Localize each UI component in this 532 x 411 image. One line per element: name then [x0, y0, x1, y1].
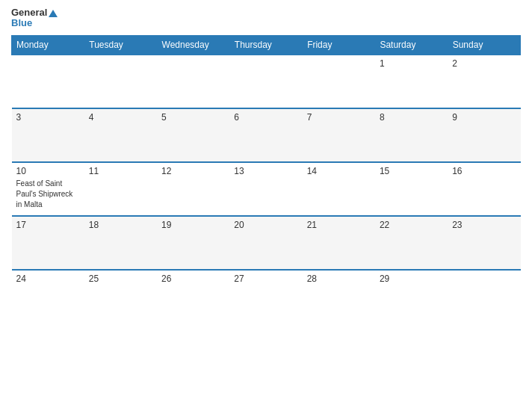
- day-header-thursday: Thursday: [229, 35, 302, 55]
- day-number: 25: [89, 274, 152, 284]
- day-header-wednesday: Wednesday: [157, 35, 229, 55]
- calendar-cell: 16: [448, 162, 520, 216]
- calendar-cell: 9: [448, 108, 520, 162]
- calendar-cell: 18: [84, 216, 157, 270]
- day-number: 5: [161, 112, 225, 123]
- calendar-cell: 27: [229, 270, 302, 324]
- calendar-cell: 29: [375, 270, 448, 324]
- day-number: 19: [161, 220, 225, 230]
- calendar-cell: [448, 270, 520, 324]
- day-number: 13: [234, 166, 297, 176]
- day-number: 16: [452, 166, 516, 176]
- day-number: 21: [307, 220, 371, 230]
- calendar-cell: 26: [157, 270, 229, 324]
- week-row-1: 12: [12, 55, 521, 108]
- day-number: 3: [16, 112, 80, 123]
- calendar-cell: 4: [84, 108, 157, 162]
- day-number: 22: [380, 220, 443, 230]
- calendar-cell: [157, 55, 229, 108]
- calendar-cell: 17: [12, 216, 84, 270]
- calendar-cell: 6: [229, 108, 302, 162]
- day-number: 27: [234, 274, 297, 284]
- calendar-cell: 24: [12, 270, 84, 324]
- day-number: 6: [234, 112, 297, 123]
- day-header-sunday: Sunday: [448, 35, 520, 55]
- calendar-cell: 2: [448, 55, 520, 108]
- calendar-cell: 7: [303, 108, 375, 162]
- logo: General Blue: [11, 7, 58, 29]
- day-number: 1: [380, 58, 443, 69]
- event-label: Feast of Saint Paul's Shipwreck in Malta: [16, 179, 73, 208]
- day-number: 11: [89, 166, 152, 176]
- calendar-cell: 5: [157, 108, 229, 162]
- day-number: 18: [89, 220, 152, 230]
- day-number: 12: [161, 166, 225, 176]
- day-number: 9: [452, 112, 516, 123]
- calendar-cell: 14: [303, 162, 375, 216]
- day-header-friday: Friday: [303, 35, 375, 55]
- calendar-cell: [84, 55, 157, 108]
- day-header-saturday: Saturday: [375, 35, 448, 55]
- week-row-2: 3456789: [12, 108, 521, 162]
- logo-general-text: General: [11, 7, 58, 18]
- calendar-cell: 11: [84, 162, 157, 216]
- day-header-monday: Monday: [12, 35, 84, 55]
- day-number: 2: [452, 58, 516, 69]
- calendar-cell: 20: [229, 216, 302, 270]
- calendar-cell: 15: [375, 162, 448, 216]
- calendar-cell: 12: [157, 162, 229, 216]
- week-row-4: 17181920212223: [12, 216, 521, 270]
- week-row-3: 10Feast of Saint Paul's Shipwreck in Mal…: [12, 162, 521, 216]
- calendar-cell: [12, 55, 84, 108]
- day-number: 14: [307, 166, 371, 176]
- calendar-table: MondayTuesdayWednesdayThursdayFridaySatu…: [11, 35, 521, 324]
- day-number: 8: [380, 112, 443, 123]
- day-number: 10: [16, 166, 80, 176]
- day-header-tuesday: Tuesday: [84, 35, 157, 55]
- calendar-cell: 8: [375, 108, 448, 162]
- calendar-cell: 19: [157, 216, 229, 270]
- day-number: 28: [307, 274, 371, 284]
- calendar-cell: 1: [375, 55, 448, 108]
- calendar-cell: [303, 55, 375, 108]
- calendar-cell: 10Feast of Saint Paul's Shipwreck in Mal…: [12, 162, 84, 216]
- logo-triangle-icon: [49, 10, 58, 17]
- calendar-cell: 28: [303, 270, 375, 324]
- calendar-cell: 13: [229, 162, 302, 216]
- calendar-cell: 21: [303, 216, 375, 270]
- calendar-header: General Blue: [11, 7, 521, 29]
- calendar-cell: [229, 55, 302, 108]
- day-number: 20: [234, 220, 297, 230]
- calendar-cell: 23: [448, 216, 520, 270]
- days-header-row: MondayTuesdayWednesdayThursdayFridaySatu…: [12, 35, 521, 55]
- logo-blue-text: Blue: [11, 18, 58, 28]
- week-row-5: 242526272829: [12, 270, 521, 324]
- day-number: 23: [452, 220, 516, 230]
- day-number: 17: [16, 220, 80, 230]
- day-number: 29: [380, 274, 443, 284]
- calendar-cell: 22: [375, 216, 448, 270]
- day-number: 26: [161, 274, 225, 284]
- day-number: 7: [307, 112, 371, 123]
- calendar-container: General Blue MondayTuesdayWednesdayThurs…: [0, 0, 532, 411]
- day-number: 4: [89, 112, 152, 123]
- calendar-cell: 25: [84, 270, 157, 324]
- day-number: 15: [380, 166, 443, 176]
- calendar-cell: 3: [12, 108, 84, 162]
- day-number: 24: [16, 274, 80, 284]
